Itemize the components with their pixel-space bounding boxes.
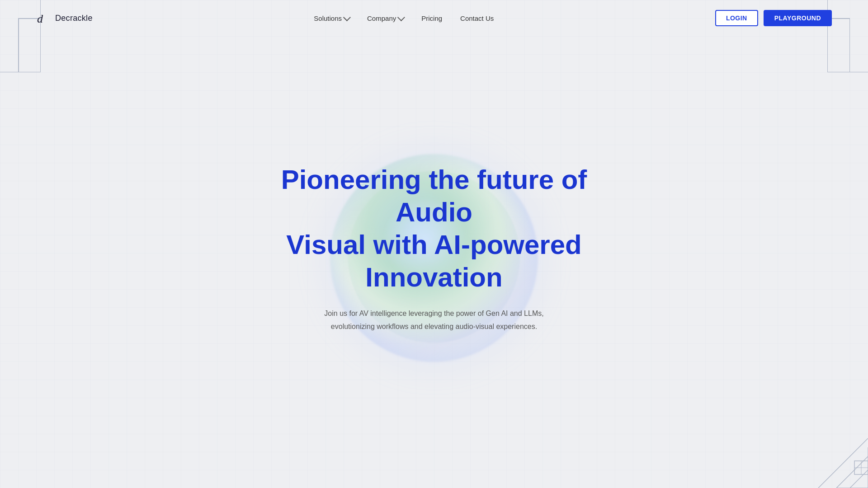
company-chevron-icon (397, 14, 405, 21)
hero-title: Pioneering the future of Audio Visual wi… (253, 164, 615, 294)
hero-content: Pioneering the future of Audio Visual wi… (253, 164, 615, 333)
solutions-chevron-icon (343, 14, 351, 21)
navbar: d Decrackle Solutions Company Pricing Co… (0, 0, 868, 36)
login-button[interactable]: LOGIN (715, 10, 758, 26)
nav-actions: LOGIN PLAYGROUND (715, 10, 832, 26)
nav-contact[interactable]: Contact Us (460, 14, 494, 22)
nav-links: Solutions Company Pricing Contact Us (314, 14, 494, 22)
svg-text:d: d (37, 12, 43, 25)
logo-icon: d (36, 11, 51, 25)
brand: d Decrackle (36, 11, 93, 25)
nav-pricing[interactable]: Pricing (421, 14, 442, 22)
hero-subtitle: Join us for AV intelligence leveraging t… (321, 307, 547, 333)
nav-company[interactable]: Company (367, 14, 403, 22)
nav-solutions[interactable]: Solutions (314, 14, 349, 22)
playground-button[interactable]: PLAYGROUND (764, 10, 832, 26)
hero-section: Pioneering the future of Audio Visual wi… (0, 36, 868, 488)
brand-name: Decrackle (55, 14, 93, 23)
